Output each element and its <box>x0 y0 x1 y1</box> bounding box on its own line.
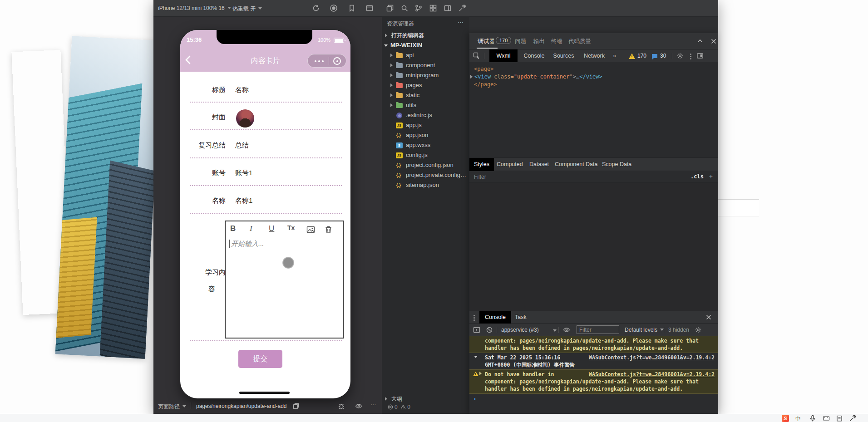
field-value[interactable]: 账号1 <box>235 169 252 177</box>
panel-tab-wxml[interactable]: Wxml <box>489 49 518 62</box>
tab-terminal[interactable]: 终端 <box>551 38 562 45</box>
panel-tab-network[interactable]: Network <box>580 49 608 62</box>
explorer-folder-component[interactable]: component <box>382 60 470 70</box>
console-filter-input[interactable] <box>577 325 619 334</box>
clear-console-icon[interactable] <box>486 326 493 334</box>
refresh-icon[interactable] <box>312 4 320 12</box>
explorer-file-eslintrc[interactable]: .eslintrc.js <box>382 110 470 120</box>
chevron-right-icon[interactable] <box>479 372 482 375</box>
window-icon[interactable] <box>365 4 374 12</box>
bug-icon[interactable] <box>338 402 345 410</box>
tab-computed[interactable]: Computed <box>492 158 528 171</box>
context-selector[interactable]: appservice (#3) <box>501 327 539 333</box>
more-tabs-icon[interactable]: » <box>613 52 616 59</box>
field-value[interactable]: 总结 <box>235 141 249 150</box>
grid-icon[interactable] <box>429 4 437 12</box>
search-icon[interactable] <box>400 4 409 12</box>
warning-count[interactable]: 170 <box>637 53 646 59</box>
close-icon[interactable] <box>705 314 712 320</box>
clear-format-button[interactable]: Tx <box>287 224 295 231</box>
tab-component-data[interactable]: Component Data <box>550 158 602 171</box>
home-icon[interactable] <box>333 57 341 65</box>
layers-icon[interactable] <box>386 4 394 12</box>
explorer-file-configjs[interactable]: config.js <box>382 150 470 160</box>
eye-icon[interactable] <box>355 402 362 410</box>
bold-button[interactable]: B <box>230 224 236 233</box>
styles-filter-input[interactable]: Filter <box>474 174 486 180</box>
collapse-icon[interactable] <box>696 38 704 45</box>
log-levels-selector[interactable]: Default levels <box>625 327 664 333</box>
submit-button[interactable]: 提交 <box>238 350 282 368</box>
inspect-icon[interactable] <box>473 52 480 59</box>
field-value[interactable]: 名称 <box>235 86 249 94</box>
more-icon[interactable]: ⋯ <box>458 19 464 26</box>
tab-problems[interactable]: 问题 <box>515 38 526 45</box>
panel-icon[interactable] <box>444 4 452 12</box>
clipboard-icon[interactable] <box>836 415 843 422</box>
show-sidebar-icon[interactable] <box>473 326 480 334</box>
close-icon[interactable] <box>710 38 717 45</box>
cover-image[interactable] <box>236 109 254 128</box>
copy-icon[interactable] <box>292 402 300 410</box>
message-bubble-icon[interactable] <box>651 53 658 60</box>
more-icon[interactable] <box>315 60 316 62</box>
cls-button[interactable]: .cls <box>690 173 704 180</box>
warning-triangle-icon[interactable] <box>628 53 636 60</box>
kebab-menu-icon[interactable] <box>690 54 691 55</box>
drag-handle-icon[interactable] <box>473 315 475 316</box>
bookmark-icon[interactable] <box>348 4 356 12</box>
sogou-ime-icon[interactable]: S <box>782 415 789 422</box>
explorer-file-project-private-config[interactable]: project.private.config.js... <box>382 170 470 180</box>
problems-status[interactable]: 0 0 <box>388 404 410 410</box>
keyboard-icon[interactable] <box>823 415 830 422</box>
explorer-file-appjs[interactable]: app.js <box>382 120 470 130</box>
microphone-icon[interactable] <box>809 415 816 422</box>
explorer-folder-miniprogram[interactable]: miniprogram <box>382 70 470 80</box>
panel-tab-console[interactable]: Console <box>521 49 547 62</box>
tab-dataset[interactable]: Dataset <box>525 158 553 171</box>
tab-code-quality[interactable]: 代码质量 <box>568 38 591 45</box>
code-line[interactable]: </page> <box>474 81 497 88</box>
ime-language-indicator[interactable]: 中 <box>795 415 801 422</box>
explorer-file-sitemap[interactable]: sitemap.json <box>382 180 470 190</box>
explorer-open-editors[interactable]: 打开的编辑器 <box>382 30 470 40</box>
message-count[interactable]: 30 <box>660 53 666 59</box>
panel-tab-sources[interactable]: Sources <box>551 49 577 62</box>
trash-button[interactable] <box>324 226 333 234</box>
add-style-button[interactable]: + <box>709 173 713 180</box>
log-warning-clipped[interactable]: component: pages/neirongkapian/update-an… <box>469 336 718 353</box>
console-prompt[interactable]: › <box>469 394 718 404</box>
underline-button[interactable]: U <box>269 224 274 233</box>
eye-icon[interactable] <box>563 326 570 334</box>
source-link[interactable]: WASubContext.js?t=we…28496001&v=2.19.4:2 <box>589 354 715 361</box>
source-link[interactable]: WASubContext.js?t=we…28496001&v=2.19.4:2 <box>589 371 715 378</box>
record-icon[interactable] <box>330 4 338 12</box>
explorer-file-project-config[interactable]: project.config.json <box>382 160 470 170</box>
git-branch-icon[interactable] <box>414 4 423 12</box>
wxml-code-view[interactable]: <page> <view class="update-container">…<… <box>469 62 718 157</box>
code-line[interactable]: <view class="update-container">…</view> <box>470 74 602 80</box>
log-info-timestamp[interactable]: Sat Mar 22 2025 15:36:16 WASubContext.js… <box>469 353 718 369</box>
explorer-folder-pages[interactable]: pages <box>382 80 470 90</box>
log-warning-handler[interactable]: Do not have handler in WASubContext.js?t… <box>469 369 718 394</box>
more-icon[interactable]: ⋯ <box>370 402 376 408</box>
italic-button[interactable]: I <box>250 224 252 233</box>
explorer-outline-section[interactable]: 大纲 <box>382 394 470 404</box>
insert-image-button[interactable] <box>306 226 315 234</box>
gear-icon[interactable] <box>695 326 702 334</box>
explorer-project-root[interactable]: MP-WEIXIN <box>382 40 470 50</box>
gear-icon[interactable] <box>676 52 684 59</box>
tab-debugger[interactable]: 调试器 <box>478 38 495 45</box>
dock-side-icon[interactable] <box>696 52 704 59</box>
wrench-icon[interactable] <box>849 415 856 422</box>
explorer-folder-utils[interactable]: utils <box>382 100 470 110</box>
tab-styles[interactable]: Styles <box>469 158 494 171</box>
explorer-folder-api[interactable]: api <box>382 50 470 60</box>
tab-output[interactable]: 输出 <box>533 38 545 45</box>
explorer-file-appwxss[interactable]: app.wxss <box>382 140 470 150</box>
tab-scope-data[interactable]: Scope Data <box>597 158 636 171</box>
field-value[interactable]: 名称1 <box>235 196 252 205</box>
explorer-file-appjson[interactable]: app.json <box>382 130 470 140</box>
rich-text-editor[interactable]: B I U Tx 开始输入... <box>225 221 344 339</box>
expand-icon[interactable] <box>470 75 473 79</box>
